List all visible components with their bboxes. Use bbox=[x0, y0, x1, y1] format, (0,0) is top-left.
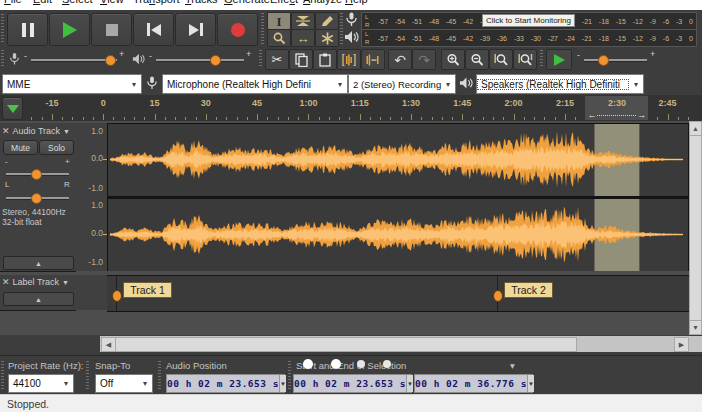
copy-button[interactable] bbox=[289, 49, 313, 70]
menu-select[interactable]: Select bbox=[62, 0, 93, 5]
scroll-down-icon[interactable]: ▼ bbox=[689, 320, 702, 335]
play-at-speed-button[interactable] bbox=[546, 49, 572, 70]
record-meter[interactable]: LR -57-54-51-48-45-42-39-36-33-30-27-24-… bbox=[361, 12, 697, 30]
menu-tracks[interactable]: Tracks bbox=[185, 0, 218, 5]
track-area[interactable]: ✕ Audio Track ▼ Mute Solo - + L R Stereo… bbox=[0, 121, 702, 335]
label-marker-icon[interactable] bbox=[112, 290, 122, 302]
label-1[interactable]: Track 1 bbox=[123, 282, 172, 298]
menu-file[interactable]: File bbox=[4, 0, 22, 5]
selection-radio-1[interactable] bbox=[303, 359, 313, 369]
transport-toolbar-grip[interactable] bbox=[1, 14, 4, 43]
record-button[interactable] bbox=[217, 13, 258, 46]
monitoring-tooltip[interactable]: Click to Start Monitoring bbox=[482, 14, 575, 27]
zoom-out-button[interactable] bbox=[465, 49, 489, 70]
playback-volume-knob[interactable] bbox=[210, 55, 221, 66]
selection-radio-3[interactable] bbox=[357, 360, 365, 368]
selection-start-field[interactable]: 00 h 02 m 23.653 s ▼ bbox=[293, 374, 412, 393]
snap-to-select[interactable]: Off▾ bbox=[95, 374, 153, 393]
label-track-collapse-button[interactable]: ▲ bbox=[3, 292, 74, 306]
label-track-panel[interactable]: ✕ Label Track ▼ ▲ bbox=[0, 275, 76, 311]
playspeed-knob[interactable] bbox=[598, 55, 609, 66]
seltb-grip-1[interactable] bbox=[1, 361, 4, 390]
zoom-in-button[interactable] bbox=[441, 49, 465, 70]
mixer-toolbar-grip[interactable] bbox=[1, 50, 4, 68]
selection-tool-button[interactable]: I bbox=[267, 12, 291, 30]
menu-transport[interactable]: Transport bbox=[133, 0, 180, 5]
timeline-selection[interactable]: 2:30 ←→ bbox=[585, 96, 648, 120]
seltb-grip-3[interactable] bbox=[158, 361, 161, 390]
audio-track-title[interactable]: Audio Track bbox=[13, 126, 61, 136]
selection-range-dropdown-icon[interactable]: ▾ bbox=[510, 360, 515, 371]
selection-radio-4[interactable] bbox=[383, 360, 391, 368]
label-track-menu-icon[interactable]: ▼ bbox=[62, 279, 69, 286]
zoom-fit-button[interactable] bbox=[513, 49, 537, 70]
draw-tool-button[interactable] bbox=[315, 12, 339, 30]
silence-audio-button[interactable] bbox=[361, 49, 385, 70]
playback-device-select[interactable]: Speakers (Realtek High Definiti▾ bbox=[476, 74, 644, 94]
paste-button[interactable] bbox=[313, 49, 337, 70]
menu-view[interactable]: View bbox=[100, 0, 124, 5]
recording-channels-select[interactable]: 2 (Stereo) Recording Channels▾ bbox=[348, 74, 456, 94]
project-rate-select[interactable]: 44100▾ bbox=[8, 374, 74, 393]
menu-help[interactable]: Help bbox=[345, 0, 368, 5]
cut-button[interactable]: ✂ bbox=[265, 49, 289, 70]
mute-button[interactable]: Mute bbox=[3, 140, 38, 155]
undo-button[interactable]: ↶ bbox=[388, 49, 412, 70]
playspeed-slider[interactable] bbox=[584, 59, 647, 62]
menu-bar[interactable]: FileEditSelectViewTransportTracksGenerat… bbox=[0, 0, 702, 10]
recording-device-select[interactable]: Microphone (Realtek High Defini▾ bbox=[162, 74, 348, 94]
envelope-tool-button[interactable] bbox=[291, 12, 315, 30]
menu-analyze[interactable]: Analyze bbox=[303, 0, 342, 5]
vertical-scrollbar-thumb[interactable] bbox=[689, 135, 702, 321]
multi-tool-button[interactable] bbox=[315, 29, 339, 47]
audio-track-waveform[interactable] bbox=[107, 123, 689, 271]
label-2[interactable]: Track 2 bbox=[504, 282, 553, 298]
play-button[interactable] bbox=[49, 13, 90, 46]
playback-volume-slider[interactable] bbox=[156, 59, 244, 62]
seltb-grip-4[interactable] bbox=[288, 361, 291, 390]
playspeed-toolbar-grip[interactable] bbox=[540, 50, 543, 68]
label-marker-icon[interactable] bbox=[493, 290, 503, 302]
stop-button[interactable] bbox=[91, 13, 132, 46]
record-volume-knob[interactable] bbox=[105, 55, 116, 66]
menu-generate[interactable]: Generate bbox=[224, 0, 270, 5]
meter-toolbar-grip[interactable] bbox=[340, 13, 343, 44]
audio-track-collapse-button[interactable]: ▲ bbox=[3, 256, 74, 270]
audio-track-vertical-ruler[interactable]: 1.0 0.0 -1.0 1.0 0.0 -1.0 bbox=[75, 123, 108, 271]
selection-radio-2[interactable] bbox=[331, 359, 341, 369]
playback-meter[interactable]: LR -57-54-51-48-45-42-39-36-33-30-27-24-… bbox=[361, 29, 697, 47]
vertical-scrollbar[interactable]: ▲ ▼ bbox=[689, 121, 702, 335]
audio-track-menu-icon[interactable]: ▼ bbox=[63, 128, 70, 135]
pause-button[interactable] bbox=[7, 13, 48, 46]
trim-audio-button[interactable] bbox=[337, 49, 361, 70]
seltb-grip-2[interactable] bbox=[86, 361, 89, 390]
horizontal-scrollbar-thumb[interactable] bbox=[115, 337, 577, 352]
zoom-selection-button[interactable] bbox=[489, 49, 513, 70]
selection-end-field[interactable]: 00 h 02 m 36.776 s ▼ bbox=[414, 374, 533, 393]
solo-button[interactable]: Solo bbox=[39, 140, 74, 155]
scroll-up-icon[interactable]: ▲ bbox=[689, 121, 702, 136]
label-track-title[interactable]: Label Track bbox=[13, 277, 60, 287]
gain-knob[interactable] bbox=[31, 169, 42, 180]
audio-track-close-button[interactable]: ✕ bbox=[2, 126, 10, 136]
menu-effect[interactable]: Effect bbox=[270, 0, 298, 5]
audio-position-field[interactable]: 00 h 02 m 23.653 s ▼ bbox=[166, 374, 285, 393]
skip-to-start-button[interactable] bbox=[133, 13, 174, 46]
skip-to-end-button[interactable] bbox=[175, 13, 216, 46]
timeshift-tool-button[interactable]: ↔ bbox=[291, 29, 315, 47]
timeline-options-button[interactable] bbox=[2, 97, 23, 120]
edit-toolbar-grip[interactable] bbox=[259, 50, 262, 68]
scroll-left-icon[interactable]: ◀ bbox=[101, 337, 116, 352]
label-track-close-button[interactable]: ✕ bbox=[2, 277, 10, 287]
pan-knob[interactable] bbox=[31, 193, 42, 204]
audio-track-panel[interactable]: ✕ Audio Track ▼ Mute Solo - + L R Stereo… bbox=[0, 123, 76, 272]
audio-host-select[interactable]: MME▾ bbox=[2, 74, 142, 94]
timeline-ruler[interactable]: -1501530451:001:151:301:452:002:152:302:… bbox=[0, 95, 702, 122]
horizontal-scrollbar[interactable]: ◀ ▶ bbox=[100, 336, 689, 352]
label-track-strip[interactable]: Track 1Track 2 bbox=[107, 275, 689, 312]
scroll-right-icon[interactable]: ▶ bbox=[674, 337, 689, 352]
menu-edit[interactable]: Edit bbox=[33, 0, 52, 5]
tools-toolbar-grip[interactable] bbox=[261, 13, 264, 44]
zoom-tool-button[interactable] bbox=[267, 29, 291, 47]
redo-button[interactable]: ↷ bbox=[412, 49, 436, 70]
